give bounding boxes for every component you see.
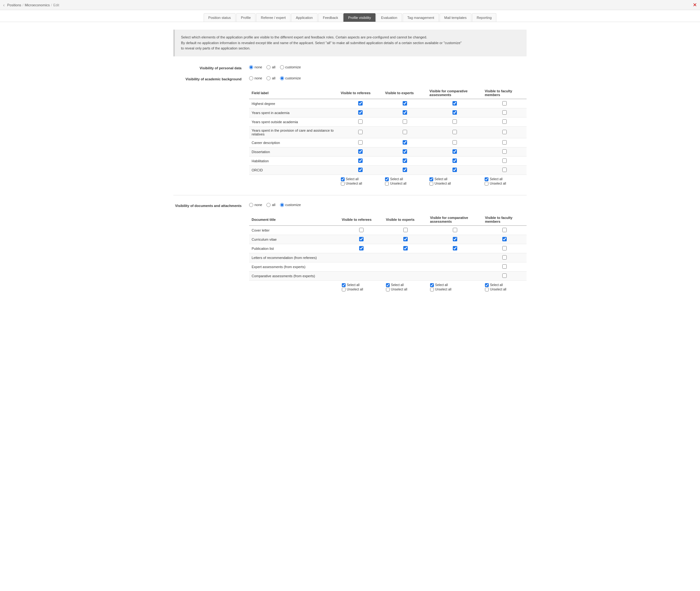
checkbox-experts[interactable] xyxy=(384,244,427,253)
check-comparative[interactable] xyxy=(453,149,457,154)
back-arrow[interactable]: ‹ xyxy=(3,3,5,8)
checkbox-referees[interactable] xyxy=(339,235,384,244)
documents-none[interactable]: none xyxy=(249,203,262,207)
checkbox-experts[interactable] xyxy=(383,108,427,117)
select-all-referees[interactable]: Select all xyxy=(342,283,381,287)
tab-application[interactable]: Application xyxy=(291,13,317,22)
unselect-all-faculty[interactable]: Unselect all xyxy=(485,182,524,186)
check-experts[interactable] xyxy=(403,237,408,241)
checkbox-referees[interactable] xyxy=(339,225,384,235)
check-experts[interactable] xyxy=(403,158,407,163)
close-icon[interactable]: ✕ xyxy=(693,3,697,8)
documents-all-radio[interactable] xyxy=(267,203,271,207)
check-faculty[interactable] xyxy=(502,149,507,154)
checkbox-faculty[interactable] xyxy=(482,244,527,253)
academic-none[interactable]: none xyxy=(249,76,262,80)
select-all-comparative[interactable]: Select all xyxy=(430,283,480,287)
check-referees[interactable] xyxy=(358,140,363,145)
tab-mail-templates[interactable]: Mail templates xyxy=(440,13,471,22)
tab-referee-expert[interactable]: Referee / expert xyxy=(256,13,290,22)
tab-profile[interactable]: Profile xyxy=(236,13,255,22)
check-faculty[interactable] xyxy=(502,168,507,172)
check-referees[interactable] xyxy=(358,168,363,172)
select-all-faculty[interactable]: Select all xyxy=(485,283,524,287)
academic-all[interactable]: all xyxy=(267,76,275,80)
checkbox-comparative[interactable] xyxy=(427,117,482,126)
check-experts[interactable] xyxy=(403,149,407,154)
check-experts[interactable] xyxy=(403,168,407,172)
academic-customize[interactable]: customize xyxy=(280,76,301,80)
check-faculty[interactable] xyxy=(502,264,507,269)
checkbox-experts[interactable] xyxy=(383,138,427,147)
check-referees[interactable] xyxy=(358,158,363,163)
select-all-experts[interactable]: Select all xyxy=(386,283,425,287)
check-referees[interactable] xyxy=(359,237,363,241)
tab-profile-visibility[interactable]: Profile visibility xyxy=(343,13,375,22)
checkbox-experts[interactable] xyxy=(383,166,427,175)
check-experts[interactable] xyxy=(403,246,408,251)
personal-data-all[interactable]: all xyxy=(267,65,275,69)
tab-evaluation[interactable]: Evaluation xyxy=(376,13,402,22)
personal-data-none-radio[interactable] xyxy=(249,65,253,69)
checkbox-referees[interactable] xyxy=(338,126,383,138)
documents-all[interactable]: all xyxy=(267,203,275,207)
check-referees[interactable] xyxy=(358,110,363,115)
checkbox-comparative[interactable] xyxy=(427,126,482,138)
checkbox-faculty[interactable] xyxy=(482,235,527,244)
checkbox-referees[interactable] xyxy=(338,99,383,108)
check-experts[interactable] xyxy=(403,140,407,145)
checkbox-comparative[interactable] xyxy=(427,166,482,175)
tab-tag-management[interactable]: Tag management xyxy=(403,13,439,22)
checkbox-experts[interactable] xyxy=(383,117,427,126)
check-faculty[interactable] xyxy=(502,140,507,145)
checkbox-comparative[interactable] xyxy=(427,99,482,108)
check-comparative[interactable] xyxy=(453,158,457,163)
check-faculty[interactable] xyxy=(502,273,507,278)
checkbox-faculty[interactable] xyxy=(482,126,527,138)
personal-data-customize[interactable]: customize xyxy=(280,65,301,69)
checkbox-experts[interactable] xyxy=(383,147,427,156)
checkbox-faculty[interactable] xyxy=(482,225,527,235)
check-faculty[interactable] xyxy=(502,110,507,115)
unselect-all-experts[interactable]: Unselect all xyxy=(386,287,425,291)
checkbox-referees[interactable] xyxy=(338,138,383,147)
select-all-experts[interactable]: Select all xyxy=(385,177,424,181)
checkbox-referees[interactable] xyxy=(339,244,384,253)
documents-none-radio[interactable] xyxy=(249,203,253,207)
check-comparative[interactable] xyxy=(453,246,457,251)
select-all-referees[interactable]: Select all xyxy=(341,177,380,181)
checkbox-faculty[interactable] xyxy=(482,147,527,156)
check-referees[interactable] xyxy=(359,228,363,232)
check-faculty[interactable] xyxy=(502,246,507,251)
checkbox-faculty[interactable] xyxy=(482,156,527,166)
checkbox-faculty[interactable] xyxy=(482,271,527,280)
check-faculty[interactable] xyxy=(502,255,507,260)
checkbox-referees[interactable] xyxy=(338,108,383,117)
checkbox-comparative[interactable] xyxy=(427,147,482,156)
check-comparative[interactable] xyxy=(453,228,457,232)
personal-data-none[interactable]: none xyxy=(249,65,262,69)
checkbox-referees[interactable] xyxy=(338,156,383,166)
breadcrumb-positions[interactable]: Positions xyxy=(7,3,21,7)
check-comparative[interactable] xyxy=(453,237,457,241)
check-comparative[interactable] xyxy=(453,101,457,106)
check-faculty[interactable] xyxy=(502,119,507,124)
personal-data-customize-radio[interactable] xyxy=(280,65,284,69)
checkbox-comparative[interactable] xyxy=(427,138,482,147)
check-comparative[interactable] xyxy=(453,130,457,134)
checkbox-faculty[interactable] xyxy=(482,117,527,126)
check-experts[interactable] xyxy=(403,228,408,232)
unselect-all-faculty[interactable]: Unselect all xyxy=(485,287,524,291)
check-faculty[interactable] xyxy=(502,237,507,241)
checkbox-referees[interactable] xyxy=(338,117,383,126)
tab-position-status[interactable]: Position status xyxy=(204,13,236,22)
check-faculty[interactable] xyxy=(502,130,507,134)
checkbox-comparative[interactable] xyxy=(427,225,482,235)
tab-feedback[interactable]: Feedback xyxy=(318,13,343,22)
check-experts[interactable] xyxy=(403,110,407,115)
select-all-faculty[interactable]: Select all xyxy=(485,177,524,181)
personal-data-all-radio[interactable] xyxy=(267,65,271,69)
check-faculty[interactable] xyxy=(502,101,507,106)
select-all-comparative[interactable]: Select all xyxy=(429,177,480,181)
check-experts[interactable] xyxy=(403,130,407,134)
